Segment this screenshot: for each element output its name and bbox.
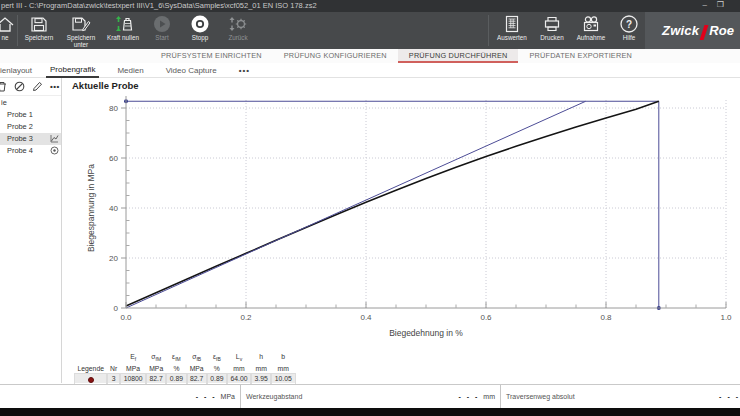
workflow-tab-bar: PRÜFSYSTEM EINRICHTEN PRÜFUNG KONFIGURIE…	[0, 49, 740, 63]
list-item-probe-1[interactable]: Probe 1	[0, 109, 61, 121]
view-tab-bar: ienlayout Probengrafik Medien Video Capt…	[0, 63, 740, 78]
probe-list: ie Probe 1 Probe 2 Probe 3 Probe 4	[0, 97, 61, 157]
tab-medien[interactable]: Medien	[113, 66, 147, 77]
svg-text:0: 0	[114, 304, 119, 313]
minimize-button[interactable]: –	[702, 0, 706, 12]
chart-panel: Aktuelle Probe 0.00.20.40.60.81.00204060…	[63, 78, 740, 383]
tab-serienlayout[interactable]: ienlayout	[0, 66, 36, 77]
help-button[interactable]: ? Hilfe	[612, 12, 646, 49]
save-as-button[interactable]: Speichern unter	[59, 12, 103, 49]
brand-zwick: Zwick	[662, 23, 699, 38]
svg-text:0.0: 0.0	[120, 313, 132, 322]
home-icon	[0, 15, 15, 33]
title-bar: pert III - C:\ProgramData\zwick\testxper…	[0, 0, 740, 12]
svg-text:Biegespannung in MPa: Biegespannung in MPa	[86, 164, 96, 252]
zero-force-button[interactable]: Kraft nullen	[103, 12, 143, 49]
list-item-serie[interactable]: ie	[0, 97, 61, 109]
stop-icon	[191, 15, 209, 33]
status-panel-force: - - - MPa	[0, 385, 240, 408]
status-bar: - - - MPa Werkzeugabstand - - -mm Traver…	[0, 384, 740, 408]
maximize-button[interactable]: ❒	[717, 0, 724, 12]
legend-dot	[88, 377, 94, 383]
unit-row: Legende Nr MPa MPa % MPa % mm mm mm	[75, 364, 296, 374]
status-panel-traversenweg: Traversenweg absolut - - -	[501, 385, 740, 408]
status-label: Traversenweg absolut	[506, 393, 575, 400]
tab-probengrafik[interactable]: Probengrafik	[46, 65, 99, 78]
save-button[interactable]: Speichern	[19, 12, 59, 49]
value-row[interactable]: 3 10800 82.7 0.89 82.7 0.89 64.00 3.95 1…	[75, 374, 296, 384]
brand-roell: Roe	[709, 23, 734, 38]
list-item-probe-2[interactable]: Probe 2	[0, 121, 61, 133]
svg-text:?: ?	[626, 19, 632, 30]
print-button[interactable]: Drucken	[534, 12, 570, 49]
svg-text:0.6: 0.6	[480, 313, 492, 322]
status-panel-werkzeugabstand: Werkzeugabstand - - -mm	[241, 385, 500, 408]
svg-text:40: 40	[109, 204, 118, 213]
list-item-probe-4[interactable]: Probe 4	[0, 145, 61, 157]
tab-pruefung-durchfuehren[interactable]: PRÜFUNG DURCHFÜHREN	[398, 49, 519, 63]
stress-strain-chart: 0.00.20.40.60.81.0020406080Biegedehnung …	[63, 78, 740, 350]
main-toolbar: ne Speichern Speichern unter Kraft nulle…	[0, 12, 740, 49]
svg-text:Biegedehnung in %: Biegedehnung in %	[389, 328, 463, 338]
svg-text:1.0: 1.0	[720, 313, 732, 322]
bottom-strip	[0, 408, 740, 416]
svg-text:20: 20	[109, 254, 118, 263]
probe-list-more-button[interactable]: •••	[50, 83, 60, 91]
start-icon	[153, 15, 171, 33]
back-crosshead-icon	[228, 15, 248, 33]
svg-text:0.4: 0.4	[360, 313, 372, 322]
toolbar-separator	[17, 15, 18, 46]
probe-list-toolbar: •••	[0, 78, 61, 96]
stop-button[interactable]: Stopp	[181, 12, 219, 49]
brand-slash	[700, 25, 709, 40]
evaluate-button[interactable]: Auswerten	[490, 12, 534, 49]
results-table: Ef σfM εfM σfB εfB Lv h b Legende Nr MPa…	[74, 352, 296, 384]
printer-icon	[543, 15, 561, 33]
home-button[interactable]: ne	[0, 12, 16, 49]
svg-text:80: 80	[109, 104, 118, 113]
tab-pruefsystem-einrichten[interactable]: PRÜFSYSTEM EINRICHTEN	[150, 49, 273, 63]
toolbar-separator	[488, 15, 489, 46]
help-icon: ?	[620, 15, 638, 33]
save-icon	[30, 15, 48, 33]
video-camera-icon	[581, 15, 601, 33]
testxpert-window: pert III - C:\ProgramData\zwick\testxper…	[0, 0, 740, 416]
svg-text:0.8: 0.8	[600, 313, 612, 322]
edit-icon[interactable]	[32, 81, 43, 92]
tab-pruefdaten-exportieren[interactable]: PRÜFDATEN EXPORTIEREN	[518, 49, 642, 63]
save-as-icon	[71, 15, 91, 33]
report-icon	[504, 15, 520, 33]
current-probe-icon	[50, 146, 59, 159]
probe-list-panel: ••• ie Probe 1 Probe 2 Probe 3 Probe 4	[0, 78, 62, 383]
window-title: pert III - C:\ProgramData\zwick\testxper…	[1, 1, 317, 10]
more-tabs-button[interactable]: •••	[235, 66, 254, 77]
tab-pruefung-konfigurieren[interactable]: PRÜFUNG KONFIGURIEREN	[273, 49, 398, 63]
tab-video-capture[interactable]: Video Capture	[162, 66, 221, 77]
symbol-row: Ef σfM εfM σfB εfB Lv h b	[75, 352, 296, 364]
zero-force-icon	[113, 15, 133, 33]
start-button: Start	[143, 12, 181, 49]
list-item-probe-3[interactable]: Probe 3	[0, 133, 61, 145]
status-label: Werkzeugabstand	[246, 393, 302, 400]
exclude-icon[interactable]	[14, 81, 25, 92]
delete-icon[interactable]	[0, 81, 7, 92]
svg-text:0.2: 0.2	[240, 313, 252, 322]
svg-text:60: 60	[109, 154, 118, 163]
back-button: Zurück	[219, 12, 257, 49]
record-button[interactable]: Aufnahme	[570, 12, 612, 49]
zwickroell-logo: ZwickRoe	[645, 12, 740, 49]
